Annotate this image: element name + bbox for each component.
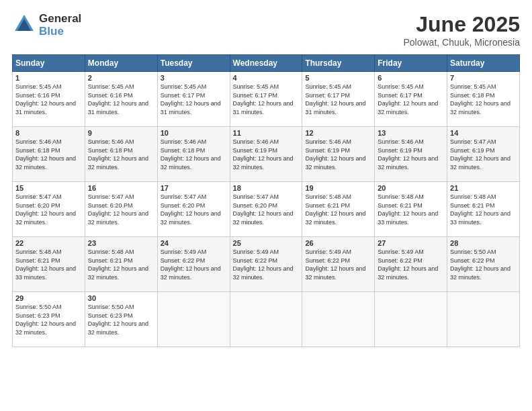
day-number: 1 [15,74,82,82]
day-info: Sunrise: 5:45 AMSunset: 6:16 PMDaylight:… [88,83,148,116]
day-info: Sunrise: 5:46 AMSunset: 6:18 PMDaylight:… [88,138,148,171]
day-number: 14 [450,129,517,137]
day-info: Sunrise: 5:50 AMSunset: 6:23 PMDaylight:… [15,304,76,336]
weekday-header: Thursday [302,55,375,72]
day-info: Sunrise: 5:45 AMSunset: 6:17 PMDaylight:… [161,83,221,116]
day-number: 20 [378,184,444,192]
title-area: June 2025 Polowat, Chuuk, Micronesia [403,12,520,48]
calendar-day-cell: 7Sunrise: 5:45 AMSunset: 6:18 PMDaylight… [447,72,520,127]
day-info: Sunrise: 5:49 AMSunset: 6:22 PMDaylight:… [378,248,438,281]
logo: General Blue [12,12,81,39]
day-number: 13 [378,129,444,137]
day-info: Sunrise: 5:45 AMSunset: 6:16 PMDaylight:… [15,83,76,116]
day-info: Sunrise: 5:49 AMSunset: 6:22 PMDaylight:… [161,248,221,281]
calendar-day-cell [157,292,230,347]
logo-text: General Blue [39,13,81,38]
calendar-week-row: 8Sunrise: 5:46 AMSunset: 6:18 PMDaylight… [13,127,520,182]
day-number: 17 [161,184,227,192]
day-number: 27 [378,239,444,247]
day-info: Sunrise: 5:49 AMSunset: 6:22 PMDaylight:… [233,248,294,281]
calendar-day-cell: 27Sunrise: 5:49 AMSunset: 6:22 PMDayligh… [375,237,447,292]
day-number: 9 [88,129,154,137]
logo-icon [12,12,36,39]
calendar-day-cell: 14Sunrise: 5:47 AMSunset: 6:19 PMDayligh… [447,127,520,182]
calendar-day-cell: 20Sunrise: 5:48 AMSunset: 6:21 PMDayligh… [375,182,447,237]
day-info: Sunrise: 5:46 AMSunset: 6:19 PMDaylight:… [378,138,438,171]
day-info: Sunrise: 5:45 AMSunset: 6:17 PMDaylight:… [378,83,438,116]
calendar-week-row: 1Sunrise: 5:45 AMSunset: 6:16 PMDaylight… [13,72,520,127]
calendar-day-cell: 23Sunrise: 5:48 AMSunset: 6:21 PMDayligh… [85,237,157,292]
day-number: 29 [15,294,82,302]
calendar-header-row: SundayMondayTuesdayWednesdayThursdayFrid… [13,55,520,72]
header: General Blue June 2025 Polowat, Chuuk, M… [12,12,520,48]
day-number: 7 [450,74,517,82]
day-info: Sunrise: 5:46 AMSunset: 6:18 PMDaylight:… [15,138,76,171]
page: General Blue June 2025 Polowat, Chuuk, M… [0,0,532,411]
calendar-day-cell: 18Sunrise: 5:47 AMSunset: 6:20 PMDayligh… [230,182,302,237]
calendar-day-cell: 24Sunrise: 5:49 AMSunset: 6:22 PMDayligh… [157,237,230,292]
weekday-header: Tuesday [157,55,230,72]
day-number: 24 [161,239,227,247]
day-info: Sunrise: 5:47 AMSunset: 6:20 PMDaylight:… [161,193,221,226]
calendar-day-cell [302,292,375,347]
day-info: Sunrise: 5:45 AMSunset: 6:17 PMDaylight:… [233,83,294,116]
day-number: 28 [450,239,517,247]
day-info: Sunrise: 5:47 AMSunset: 6:20 PMDaylight:… [233,193,294,226]
day-number: 11 [233,129,300,137]
calendar-day-cell: 4Sunrise: 5:45 AMSunset: 6:17 PMDaylight… [230,72,302,127]
calendar-day-cell: 12Sunrise: 5:46 AMSunset: 6:19 PMDayligh… [302,127,375,182]
location-title: Polowat, Chuuk, Micronesia [403,37,520,48]
calendar-day-cell: 6Sunrise: 5:45 AMSunset: 6:17 PMDaylight… [375,72,447,127]
day-number: 8 [15,129,82,137]
day-info: Sunrise: 5:46 AMSunset: 6:19 PMDaylight:… [233,138,294,171]
calendar-day-cell: 5Sunrise: 5:45 AMSunset: 6:17 PMDaylight… [302,72,375,127]
day-number: 16 [88,184,154,192]
calendar-table: SundayMondayTuesdayWednesdayThursdayFrid… [12,54,520,347]
calendar-day-cell: 29Sunrise: 5:50 AMSunset: 6:23 PMDayligh… [13,292,85,347]
month-title: June 2025 [403,12,520,37]
day-number: 25 [233,239,300,247]
day-number: 19 [305,184,371,192]
calendar-day-cell: 1Sunrise: 5:45 AMSunset: 6:16 PMDaylight… [13,72,85,127]
day-number: 21 [450,184,517,192]
calendar-day-cell [447,292,520,347]
calendar-day-cell: 22Sunrise: 5:48 AMSunset: 6:21 PMDayligh… [13,237,85,292]
day-info: Sunrise: 5:45 AMSunset: 6:17 PMDaylight:… [305,83,365,116]
day-info: Sunrise: 5:48 AMSunset: 6:21 PMDaylight:… [450,193,511,226]
day-info: Sunrise: 5:49 AMSunset: 6:22 PMDaylight:… [305,248,365,281]
logo-blue-text: Blue [39,26,81,38]
weekday-header: Friday [375,55,447,72]
day-info: Sunrise: 5:45 AMSunset: 6:18 PMDaylight:… [450,83,511,116]
day-info: Sunrise: 5:47 AMSunset: 6:20 PMDaylight:… [88,193,148,226]
day-info: Sunrise: 5:46 AMSunset: 6:18 PMDaylight:… [161,138,221,171]
calendar-day-cell: 11Sunrise: 5:46 AMSunset: 6:19 PMDayligh… [230,127,302,182]
day-number: 3 [161,74,227,82]
calendar-day-cell: 9Sunrise: 5:46 AMSunset: 6:18 PMDaylight… [85,127,157,182]
day-number: 18 [233,184,300,192]
calendar-day-cell: 16Sunrise: 5:47 AMSunset: 6:20 PMDayligh… [85,182,157,237]
calendar-day-cell: 2Sunrise: 5:45 AMSunset: 6:16 PMDaylight… [85,72,157,127]
day-info: Sunrise: 5:47 AMSunset: 6:20 PMDaylight:… [15,193,76,226]
day-number: 15 [15,184,82,192]
day-number: 4 [233,74,300,82]
day-number: 26 [305,239,371,247]
day-info: Sunrise: 5:48 AMSunset: 6:21 PMDaylight:… [378,193,438,226]
day-info: Sunrise: 5:48 AMSunset: 6:21 PMDaylight:… [15,248,76,281]
calendar-day-cell: 10Sunrise: 5:46 AMSunset: 6:18 PMDayligh… [157,127,230,182]
calendar-day-cell [375,292,447,347]
day-number: 6 [378,74,444,82]
day-info: Sunrise: 5:48 AMSunset: 6:21 PMDaylight:… [305,193,365,226]
calendar-day-cell: 26Sunrise: 5:49 AMSunset: 6:22 PMDayligh… [302,237,375,292]
day-number: 30 [88,294,154,302]
day-number: 23 [88,239,154,247]
calendar-day-cell: 28Sunrise: 5:50 AMSunset: 6:22 PMDayligh… [447,237,520,292]
day-number: 5 [305,74,371,82]
day-info: Sunrise: 5:46 AMSunset: 6:19 PMDaylight:… [305,138,365,171]
weekday-header: Saturday [447,55,520,72]
calendar-day-cell: 15Sunrise: 5:47 AMSunset: 6:20 PMDayligh… [13,182,85,237]
calendar-day-cell: 25Sunrise: 5:49 AMSunset: 6:22 PMDayligh… [230,237,302,292]
day-number: 22 [15,239,82,247]
calendar-day-cell: 13Sunrise: 5:46 AMSunset: 6:19 PMDayligh… [375,127,447,182]
day-info: Sunrise: 5:50 AMSunset: 6:23 PMDaylight:… [88,304,148,336]
day-info: Sunrise: 5:48 AMSunset: 6:21 PMDaylight:… [88,248,148,281]
